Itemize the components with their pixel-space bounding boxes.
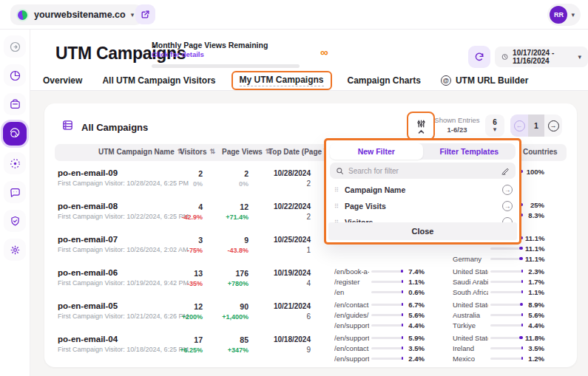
tab-bar: OverviewAll UTM Campaign VisitorsMy UTM … bbox=[30, 71, 588, 91]
top-date-count: 2 bbox=[249, 213, 311, 221]
sidebar-item-chat[interactable] bbox=[4, 181, 26, 203]
drag-handle-icon[interactable]: ⠿ bbox=[334, 187, 345, 194]
page-pct: 0.6% bbox=[405, 288, 425, 296]
inbox-icon bbox=[9, 98, 21, 111]
date-range-picker[interactable]: 10/17/2024 - 11/16/2024 ▾ bbox=[495, 47, 588, 67]
first-visitor-info: First Campaign Visitor: 10/19/2024, 9:42… bbox=[58, 279, 166, 287]
country-pct: 11.1% bbox=[525, 245, 544, 253]
top-date-count: 1 bbox=[249, 246, 311, 254]
first-visitor-info: First Campaign Visitor: 10/21/2024, 6:26… bbox=[58, 312, 166, 320]
chevron-down-icon: ▾ bbox=[571, 12, 575, 18]
campaign-name: po-en-email-09 bbox=[58, 168, 166, 177]
pageviews-change: 0% bbox=[203, 180, 249, 188]
tab-overview[interactable]: Overview bbox=[43, 75, 82, 86]
page-pct: 7.4% bbox=[405, 267, 425, 276]
quota-widget: Monthly Page Views Remaining Click for d… bbox=[152, 41, 300, 68]
sidebar-item-panel-toggle[interactable] bbox=[4, 35, 26, 58]
pageviews-cell: 90+1,400% bbox=[203, 297, 249, 330]
country-entry: United States11.8% bbox=[425, 332, 567, 343]
mini-bar bbox=[371, 337, 403, 339]
mini-bar bbox=[490, 247, 523, 250]
top-bar: yourwebsitename.co ▾ RR ▾ bbox=[0, 0, 588, 30]
prev-page-button[interactable]: ← bbox=[510, 114, 528, 137]
column-header-countries[interactable]: Countries bbox=[523, 148, 558, 156]
page-size-select[interactable]: 6 ▾ bbox=[485, 114, 504, 137]
sidebar-item-utm-campaigns[interactable] bbox=[3, 122, 27, 146]
filter-item-campaign-name[interactable]: ⠿Campaign Name→ bbox=[330, 182, 516, 198]
chat-icon bbox=[9, 186, 21, 199]
filter-button[interactable] bbox=[407, 112, 435, 140]
mini-bar bbox=[490, 358, 523, 360]
close-button[interactable]: Close bbox=[328, 222, 517, 240]
eraser-icon[interactable] bbox=[501, 166, 510, 175]
sidebar-item-target[interactable] bbox=[4, 152, 26, 174]
mini-bar bbox=[490, 314, 523, 316]
tab-utm-url-builder[interactable]: @UTM URL Builder bbox=[441, 75, 528, 86]
top-date-value: 10/22/2024 bbox=[249, 202, 311, 211]
campaign-name: po-en-email-05 bbox=[58, 301, 166, 310]
pageviews-change: -43.8% bbox=[203, 247, 249, 254]
card-title: All Campaigns bbox=[81, 122, 148, 133]
arrow-right-circle-icon[interactable]: → bbox=[502, 201, 513, 211]
tab-filter-templates[interactable]: Filter Templates bbox=[423, 143, 516, 160]
visitors-cell: 17+6.25% bbox=[166, 330, 203, 363]
table-row[interactable]: po-en-email-05First Campaign Visitor: 10… bbox=[55, 297, 567, 330]
filter-panel-tabs: New Filter Filter Templates bbox=[330, 143, 516, 160]
filter-sliders-icon bbox=[416, 119, 426, 129]
page-pct: 4.4% bbox=[405, 321, 425, 329]
sidebar-item-shield-check[interactable] bbox=[4, 210, 26, 232]
country-name: Australia bbox=[453, 311, 488, 319]
visitors-value: 12 bbox=[166, 302, 203, 311]
table-row[interactable]: po-en-email-04First Campaign Visitor: 10… bbox=[55, 330, 567, 363]
pagination: ← 1 → bbox=[510, 114, 562, 137]
arrow-right-circle-icon[interactable]: → bbox=[502, 185, 513, 195]
country-entry: South Africa1.1% bbox=[425, 287, 567, 297]
pageviews-cell: 176+780% bbox=[203, 264, 249, 297]
tab-new-filter[interactable]: New Filter bbox=[330, 143, 423, 160]
visitors-cell: 13-35% bbox=[166, 264, 203, 297]
pageviews-change: +780% bbox=[203, 280, 249, 287]
page-entry: /en/support...5.9% bbox=[311, 332, 425, 343]
filter-panel: New Filter Filter Templates ⠿Campaign Na… bbox=[324, 138, 521, 245]
tab-all-utm-campaign-visitors[interactable]: All UTM Campaign Visitors bbox=[102, 75, 215, 86]
table-row[interactable]: po-en-email-06First Campaign Visitor: 10… bbox=[55, 264, 567, 297]
country-pct: 1.1% bbox=[525, 288, 544, 296]
open-site-button[interactable] bbox=[135, 4, 155, 24]
refresh-button[interactable] bbox=[468, 46, 490, 68]
pageviews-cell: 85+347% bbox=[203, 330, 249, 363]
column-header-visitors[interactable]: Visitors⇅ bbox=[180, 148, 215, 156]
page-pct: 2.4% bbox=[405, 355, 425, 363]
country-pct: 5.6% bbox=[525, 311, 544, 319]
site-logo-icon bbox=[16, 9, 29, 21]
quota-details-link[interactable]: Click for details bbox=[152, 50, 300, 58]
filter-search-input[interactable] bbox=[348, 167, 496, 175]
top-date-value: 10/28/2024 bbox=[249, 169, 311, 177]
column-header-page-views[interactable]: Page Views⇅ bbox=[222, 148, 271, 156]
pageviews-value: 176 bbox=[203, 269, 249, 278]
column-header-utm-campaign-name[interactable]: UTM Campaign Name⇅ bbox=[98, 148, 183, 156]
filter-item-page-visits[interactable]: ⠿Page Visits→ bbox=[330, 198, 516, 214]
sidebar-item-settings[interactable] bbox=[4, 239, 26, 261]
mini-bar bbox=[371, 304, 403, 306]
filter-item-label: Page Visits bbox=[345, 202, 502, 211]
tab-my-utm-campaigns[interactable]: My UTM Campaigns bbox=[232, 71, 332, 90]
campaign-name-cell: po-en-email-06First Campaign Visitor: 10… bbox=[55, 264, 166, 297]
site-selector[interactable]: yourwebsitename.co ▾ bbox=[10, 4, 143, 25]
pageviews-cell: 20% bbox=[203, 164, 249, 197]
country-entry: Germany11.1% bbox=[425, 253, 567, 264]
next-page-button[interactable]: → bbox=[544, 114, 562, 137]
tab-label: Campaign Charts bbox=[348, 75, 421, 86]
user-menu[interactable]: RR ▾ bbox=[547, 4, 581, 26]
page-pct: 5.9% bbox=[405, 334, 425, 342]
country-pct: 11.1% bbox=[525, 255, 544, 263]
drag-handle-icon[interactable]: ⠿ bbox=[334, 203, 345, 210]
mini-bar bbox=[490, 258, 523, 260]
country-name: South Africa bbox=[453, 288, 488, 296]
sidebar-item-pie-chart[interactable] bbox=[4, 64, 26, 86]
sidebar-item-inbox[interactable] bbox=[4, 93, 26, 115]
campaign-name-cell: po-en-email-07First Campaign Visitor: 10… bbox=[55, 230, 166, 264]
tab-label: All UTM Campaign Visitors bbox=[102, 75, 215, 86]
country-name: Ireland bbox=[453, 344, 488, 352]
country-entry: Türkiye4.4% bbox=[425, 320, 567, 330]
tab-campaign-charts[interactable]: Campaign Charts bbox=[348, 75, 421, 86]
